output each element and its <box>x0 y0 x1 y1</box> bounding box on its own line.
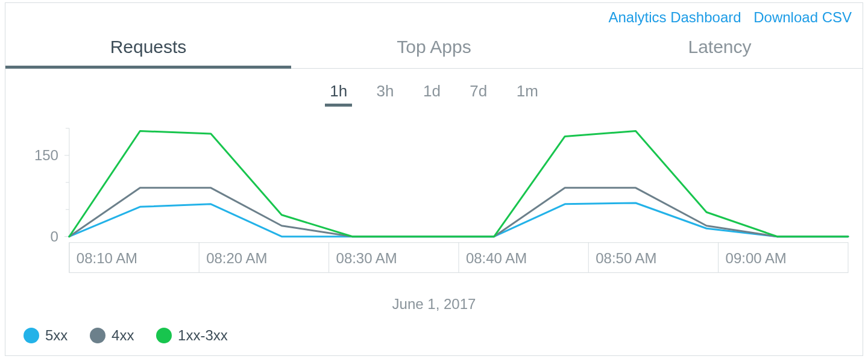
swatch-5xx <box>24 328 39 343</box>
range-1h[interactable]: 1h <box>319 82 358 105</box>
x-axis-date-label: June 1, 2017 <box>15 291 853 319</box>
chart-area: 015008:10 AM08:20 AM08:30 AM08:40 AM08:5… <box>15 122 853 319</box>
chart-legend: 5xx 4xx 1xx-3xx <box>5 319 863 355</box>
main-tabs: Requests Top Apps Latency <box>5 28 863 69</box>
legend-label-5xx: 5xx <box>45 327 68 344</box>
swatch-1xx <box>156 328 172 343</box>
analytics-dashboard-link[interactable]: Analytics Dashboard <box>608 9 741 25</box>
requests-chart: 015008:10 AM08:20 AM08:30 AM08:40 AM08:5… <box>15 122 853 291</box>
svg-text:08:40 AM: 08:40 AM <box>466 250 527 266</box>
svg-text:08:30 AM: 08:30 AM <box>336 250 397 266</box>
legend-label-4xx: 4xx <box>112 327 134 344</box>
range-7d[interactable]: 7d <box>459 82 498 105</box>
svg-text:09:00 AM: 09:00 AM <box>726 250 787 266</box>
tab-top-apps[interactable]: Top Apps <box>291 28 577 68</box>
download-csv-link[interactable]: Download CSV <box>753 9 852 25</box>
svg-text:08:50 AM: 08:50 AM <box>596 250 656 266</box>
legend-1xx-3xx: 1xx-3xx <box>156 327 228 344</box>
svg-text:150: 150 <box>34 147 58 163</box>
svg-text:0: 0 <box>51 228 58 245</box>
range-1m[interactable]: 1m <box>506 82 549 105</box>
range-3h[interactable]: 3h <box>366 82 405 105</box>
svg-text:08:20 AM: 08:20 AM <box>206 250 267 266</box>
range-1d[interactable]: 1d <box>412 82 451 105</box>
legend-label-1xx-3xx: 1xx-3xx <box>178 327 228 344</box>
svg-text:08:10 AM: 08:10 AM <box>77 250 137 266</box>
analytics-panel: Analytics Dashboard Download CSV Request… <box>5 2 863 356</box>
legend-4xx: 4xx <box>90 327 134 344</box>
tab-latency[interactable]: Latency <box>577 28 863 68</box>
tab-requests[interactable]: Requests <box>5 28 291 68</box>
legend-5xx: 5xx <box>24 327 68 344</box>
top-links: Analytics Dashboard Download CSV <box>5 3 863 28</box>
time-range-tabs: 1h 3h 1d 7d 1m <box>5 69 863 111</box>
swatch-4xx <box>90 328 105 343</box>
